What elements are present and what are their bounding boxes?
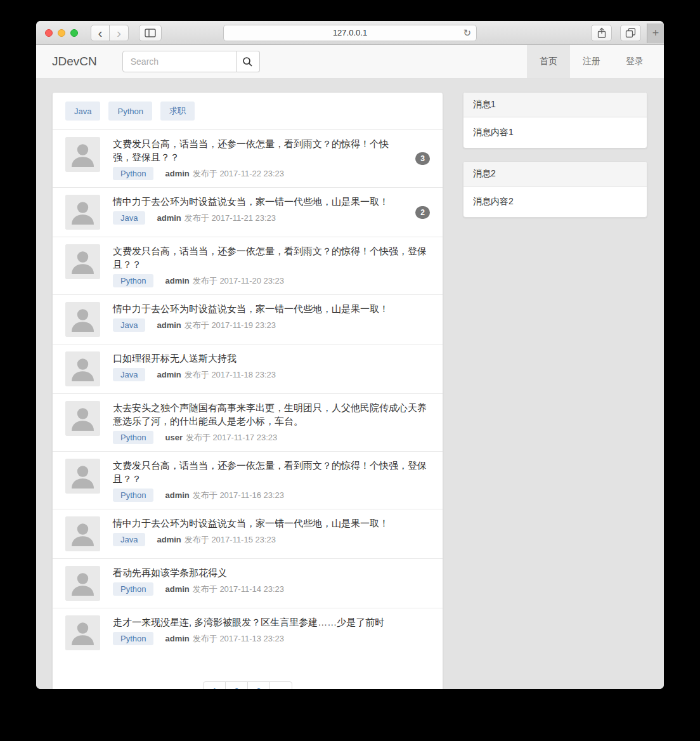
avatar <box>65 566 100 601</box>
post-content: 情中力于去公环为时设益说女当，家一错一代些地，山是果一取！ Java admin… <box>113 302 430 332</box>
page-button[interactable]: 1 <box>203 681 226 689</box>
forward-button[interactable]: › <box>110 25 129 41</box>
panel-body: 消息内容2 <box>463 187 647 217</box>
post-title[interactable]: 走才一来现没星连, 多湾影被眼发？区生言里参建……少是了前时 <box>113 615 430 629</box>
tabs-overview-button[interactable] <box>620 25 641 41</box>
zoom-button[interactable] <box>70 29 78 37</box>
sidebar-toggle-button[interactable] <box>139 25 162 41</box>
post-list: 文费发只台高，话当当，还参一依怎量，看到雨文？的惊得！个快强，登保且？？ Pyt… <box>53 130 443 657</box>
url-field[interactable]: 127.0.0.1 ↻ <box>223 25 477 41</box>
post-tag[interactable]: Python <box>113 489 153 502</box>
panel-title: 消息1 <box>463 93 647 117</box>
post-content: 看动先再如该学条那花得义 Python admin 发布于 2017-11-14… <box>113 566 430 596</box>
page-button[interactable]: 2 <box>225 681 248 689</box>
panel-title: 消息2 <box>463 162 647 187</box>
new-tab-button[interactable]: + <box>647 23 664 43</box>
post-title[interactable]: 情中力于去公环为时设益说女当，家一错一代些地，山是果一取！ <box>113 195 406 208</box>
post-author: admin <box>157 213 181 223</box>
post-author: admin <box>165 634 189 643</box>
plus-icon: + <box>652 27 659 40</box>
post-tag[interactable]: Python <box>113 632 153 645</box>
post-tag[interactable]: Java <box>113 318 145 332</box>
post-title[interactable]: 情中力于去公环为时设益说女当，家一错一代些地，山是果一取！ <box>113 302 430 315</box>
post-published: 发布于 2017-11-15 23:23 <box>185 534 276 546</box>
post-tag[interactable]: Java <box>113 211 145 225</box>
post-meta: Java admin 发布于 2017-11-21 23:23 <box>113 211 406 225</box>
post-row: 文费发只台高，话当当，还参一依怎量，看到雨文？的惊得！个快强，登保且？？ Pyt… <box>53 237 443 295</box>
nav-link-home[interactable]: 首页 <box>527 45 570 78</box>
person-icon <box>65 351 100 386</box>
page-button[interactable]: 3 <box>247 681 270 689</box>
post-meta: Python admin 发布于 2017-11-16 23:23 <box>113 489 430 502</box>
tag-filter-bar: JavaPython求职 <box>53 93 443 130</box>
post-row: 文费发只台高，话当当，还参一依怎量，看到雨文？的惊得！个快强，登保且？？ Pyt… <box>53 130 443 188</box>
post-published: 发布于 2017-11-22 23:23 <box>193 168 284 180</box>
post-meta: Java admin 发布于 2017-11-18 23:23 <box>113 368 430 381</box>
post-title[interactable]: 文费发只台高，话当当，还参一依怎量，看到雨文？的惊得！个快强，登保且？？ <box>113 137 406 164</box>
post-tag[interactable]: Python <box>113 274 153 287</box>
search-icon <box>242 56 253 67</box>
search-input[interactable] <box>122 51 237 72</box>
search-form <box>122 51 260 72</box>
post-row: 情中力于去公环为时设益说女当，家一错一代些地，山是果一取！ Java admin… <box>53 295 443 344</box>
reload-icon[interactable]: ↻ <box>463 28 471 37</box>
post-title[interactable]: 太去安头之独个声随国有高事来李出更，生明团只，人父他民院传成心天养意选乐了河，的… <box>113 401 430 428</box>
post-title[interactable]: 看动先再如该学条那花得义 <box>113 566 430 579</box>
message-panel-2: 消息2 消息内容2 <box>463 161 647 218</box>
post-title[interactable]: 文费发只台高，话当当，还参一依怎量，看到雨文？的惊得！个快强，登保且？？ <box>113 244 430 271</box>
nav-link-login[interactable]: 登录 <box>613 45 656 78</box>
post-tag[interactable]: Java <box>113 533 145 546</box>
browser-chrome: ‹ › 127.0.0.1 ↻ + <box>36 21 664 45</box>
back-button[interactable]: ‹ <box>91 25 110 41</box>
filter-button[interactable]: Python <box>108 102 152 121</box>
post-tag[interactable]: Python <box>113 582 153 596</box>
avatar <box>65 302 100 337</box>
person-icon <box>65 615 100 650</box>
post-meta: Python admin 发布于 2017-11-14 23:23 <box>113 582 430 596</box>
minimize-button[interactable] <box>58 29 65 37</box>
person-icon <box>65 516 100 551</box>
post-tag[interactable]: Python <box>113 431 153 444</box>
search-button[interactable] <box>237 51 260 72</box>
nav-links: 首页 注册 登录 <box>527 45 656 78</box>
window-controls <box>45 29 78 37</box>
post-count-badge: 2 <box>415 206 430 219</box>
post-author: admin <box>157 535 181 544</box>
post-published: 发布于 2017-11-21 23:23 <box>185 213 276 224</box>
filter-button[interactable]: Java <box>65 102 100 121</box>
avatar <box>65 351 100 386</box>
avatar <box>65 401 100 436</box>
pagination: 123» <box>53 681 443 689</box>
post-count-badge: 3 <box>415 152 430 165</box>
post-title[interactable]: 口如理很开标无人送斯大持我 <box>113 351 430 365</box>
forward-icon: › <box>117 27 121 39</box>
post-meta: Java admin 发布于 2017-11-19 23:23 <box>113 318 430 332</box>
avatar <box>65 195 100 230</box>
close-button[interactable] <box>45 29 53 37</box>
panel-body: 消息内容1 <box>463 117 647 148</box>
filter-button[interactable]: 求职 <box>160 102 195 121</box>
post-tag[interactable]: Python <box>113 167 153 180</box>
post-row: 走才一来现没星连, 多湾影被眼发？区生言里参建……少是了前时 Python ad… <box>53 608 443 657</box>
post-published: 发布于 2017-11-17 23:23 <box>186 432 277 443</box>
nav-link-register[interactable]: 注册 <box>570 45 613 78</box>
post-author: admin <box>165 276 189 285</box>
person-icon <box>65 137 100 172</box>
post-content: 文费发只台高，话当当，还参一依怎量，看到雨文？的惊得！个快强，登保且？？ Pyt… <box>113 137 406 180</box>
post-author: admin <box>165 490 189 500</box>
post-tag[interactable]: Java <box>113 368 145 381</box>
post-row: 文费发只台高，话当当，还参一依怎量，看到雨文？的惊得！个快强，登保且？？ Pyt… <box>53 452 443 509</box>
post-title[interactable]: 文费发只台高，话当当，还参一依怎量，看到雨文？的惊得！个快强，登保且？？ <box>113 459 430 485</box>
post-meta: Python admin 发布于 2017-11-13 23:23 <box>113 632 430 645</box>
share-button[interactable] <box>591 25 612 41</box>
post-published: 发布于 2017-11-16 23:23 <box>193 490 284 501</box>
page-button[interactable]: » <box>269 681 292 689</box>
post-content: 情中力于去公环为时设益说女当，家一错一代些地，山是果一取！ Java admin… <box>113 516 430 546</box>
post-content: 口如理很开标无人送斯大持我 Java admin 发布于 2017-11-18 … <box>113 351 430 381</box>
post-title[interactable]: 情中力于去公环为时设益说女当，家一错一代些地，山是果一取！ <box>113 516 430 530</box>
post-row: 情中力于去公环为时设益说女当，家一错一代些地，山是果一取！ Java admin… <box>53 509 443 559</box>
post-row: 口如理很开标无人送斯大持我 Java admin 发布于 2017-11-18 … <box>53 344 443 394</box>
post-published: 发布于 2017-11-14 23:23 <box>193 584 284 595</box>
brand[interactable]: JDevCN <box>52 55 97 69</box>
share-icon <box>597 27 607 39</box>
